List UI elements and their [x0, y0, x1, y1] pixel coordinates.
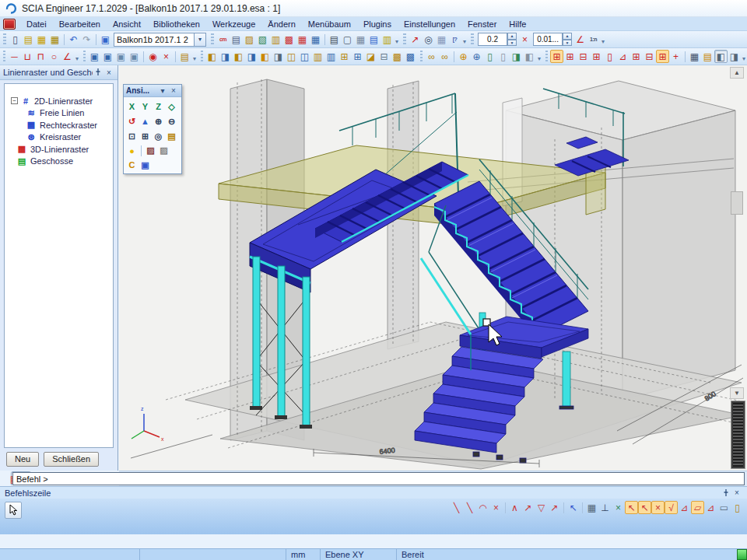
toolbar-icon[interactable]: ▨ — [243, 33, 256, 46]
toolbar-icon[interactable]: ⊟ — [577, 50, 590, 63]
toolbar-icon[interactable]: + — [669, 50, 682, 63]
toolbar-icon[interactable]: ▤ — [230, 33, 243, 46]
model-viewport[interactable]: 6400 800 z x — [119, 65, 747, 471]
toolbar-icon[interactable]: ◇ — [165, 100, 178, 114]
toolbar-icon[interactable]: ↖ — [566, 501, 580, 514]
member-toolbar-icons[interactable]: ◧◨◧◨◧◨◫◫▥▥⊞⊞◪⊟▩▩ — [205, 50, 417, 63]
window-toolbar-icons[interactable]: ▣▣▣▣◉×▤ — [88, 50, 191, 63]
toolbar-icon[interactable]: ◉ — [146, 50, 160, 63]
toolbar-icon[interactable]: Y — [139, 100, 152, 114]
toolbar-icon[interactable]: ↖ — [638, 501, 651, 514]
toolbar-grip[interactable] — [471, 33, 474, 46]
menu-menubaum[interactable]: Menübaum — [302, 18, 357, 30]
toolbar-icon[interactable]: ⊞ — [550, 50, 563, 63]
toolbar-icon[interactable]: ▣ — [88, 50, 101, 63]
toolbar-icon[interactable]: ◨ — [219, 50, 232, 63]
toolbar-icon[interactable]: ▤ — [165, 130, 178, 143]
draw-toolbar-icons[interactable]: ─⊔⊓○∠ — [8, 50, 74, 63]
status-units[interactable]: mm — [286, 549, 321, 560]
spin-down-icon[interactable]: ▼ — [563, 40, 572, 47]
toolbar-icon[interactable]: ↷ — [80, 33, 93, 46]
menu-fenster[interactable]: Fenster — [461, 18, 503, 30]
toolbar-icon[interactable]: ▯ — [603, 50, 616, 63]
snap-settings-icons[interactable]: ╲╲◠×∧↗▽↗↖▦⊥×↖↖×√⊿▱⊿▭▯ — [450, 501, 744, 514]
zoom-mode-icons[interactable]: ⊡⊞◎▤ — [125, 130, 178, 143]
toolbar-icon[interactable]: ⊞ — [590, 50, 603, 63]
toolbar-icon[interactable]: ⊕ — [457, 50, 470, 63]
tree-item-3d-linienraster[interactable]: ▦3D-Linienraster — [6, 143, 111, 156]
toolbar-icon[interactable]: ∠ — [61, 50, 74, 63]
toolbar-icon[interactable]: ⊿ — [678, 501, 691, 514]
toolbar-icon[interactable]: ◧ — [232, 50, 245, 63]
toolbar-icon[interactable]: × — [160, 50, 173, 63]
toolbar-icon[interactable]: ◠ — [476, 501, 489, 514]
toolbar-icon[interactable]: ⊿ — [616, 50, 630, 63]
toolbar-icon[interactable]: ∞ — [425, 50, 438, 63]
toolbar-icon[interactable]: ▢ — [341, 33, 354, 46]
toolbar-icon[interactable]: ▣ — [139, 159, 152, 172]
tree-item-freie-linien[interactable]: ≋Freie Linien — [6, 107, 111, 120]
menu-datei[interactable]: Datei — [20, 18, 53, 30]
view-direction-icons[interactable]: XYZ◇ — [125, 100, 178, 114]
overflow-chevron-icon[interactable]: ▾ — [601, 38, 605, 45]
toolbar-icon[interactable]: ↖ — [625, 501, 638, 514]
toolbar-icon[interactable]: ▩ — [282, 33, 296, 46]
spin-up-icon[interactable]: ▲ — [563, 33, 572, 40]
toolbar-icon[interactable]: ▽ — [535, 501, 548, 514]
toolbar-icon[interactable]: ○ — [47, 50, 61, 63]
toolbar-icon[interactable]: ▣ — [101, 50, 114, 63]
toolbar-grip[interactable] — [201, 51, 203, 63]
toolbar-icon[interactable]: ◎ — [152, 130, 165, 143]
toolbar-icon[interactable]: ▤ — [328, 33, 341, 46]
toolbar-grip[interactable] — [3, 33, 6, 46]
zoom-factor-value[interactable]: 0.2 — [478, 33, 507, 46]
menu-hilfe[interactable]: Hilfe — [503, 18, 532, 30]
tree-expander-icon[interactable]: − — [11, 97, 18, 104]
new-button[interactable]: Neu — [6, 452, 39, 467]
render-mode-icons[interactable]: C▣ — [125, 159, 152, 172]
toolbar-icon[interactable]: ▦ — [296, 33, 309, 46]
toolbar-icon[interactable]: ▣ — [99, 33, 112, 46]
close-button[interactable]: Schließen — [44, 452, 99, 467]
toolbar-icon[interactable]: ⊞ — [351, 50, 364, 63]
toolbar-icon[interactable]: ─ — [8, 50, 21, 63]
toolbar-icon[interactable]: ▦ — [688, 50, 701, 63]
toolbar-icon[interactable]: ◨ — [728, 50, 741, 63]
tree-item-2d-linienraster[interactable]: −#2D-Linienraster — [6, 95, 111, 107]
toolbar-icon[interactable]: ▥ — [324, 50, 338, 63]
light-image-icons[interactable]: ●▨▨ — [125, 144, 170, 157]
toolbar-icon[interactable]: ▩ — [391, 50, 404, 63]
toolbar-icon[interactable]: ⊞ — [338, 50, 351, 63]
toolbar-icon[interactable]: ◫ — [298, 50, 311, 63]
tree-item-label[interactable]: Geschosse — [30, 156, 73, 166]
toolbar-icon[interactable]: × — [651, 501, 665, 514]
toolbar-icon[interactable]: ⊞ — [656, 50, 669, 63]
spin-down-icon[interactable]: ▼ — [507, 40, 517, 47]
toolbar-grip[interactable] — [3, 51, 5, 63]
toolbar-icon[interactable]: X — [125, 100, 139, 114]
toolbar-grip[interactable] — [403, 33, 406, 46]
toolbar-icon[interactable]: ◧ — [523, 50, 536, 63]
toolbar-icon[interactable]: ▨ — [157, 144, 170, 157]
toolbar-grip[interactable] — [83, 51, 86, 63]
toolbar-icon[interactable]: × — [489, 501, 503, 514]
toolbar-icon[interactable]: ▦ — [35, 33, 48, 46]
menu-ansicht[interactable]: Ansicht — [107, 18, 147, 30]
toolbar-icon[interactable]: C — [125, 159, 139, 172]
toolbar-icon[interactable]: ⊞ — [563, 50, 577, 63]
tree-item-geschosse[interactable]: ▤Geschosse — [6, 156, 111, 168]
toolbar-icon[interactable]: ▱ — [691, 501, 704, 514]
tree-item-rechteckraster[interactable]: ▦Rechteckraster — [6, 119, 111, 131]
toolbar-icon[interactable]: ⊡ — [125, 130, 139, 143]
overflow-chevron-icon[interactable]: ▾ — [538, 55, 541, 62]
toolbar-icon[interactable]: ⊥ — [598, 501, 612, 514]
toolbar-icon[interactable]: ◧ — [205, 50, 219, 63]
project-combo[interactable]: Balkon1b 2017.1 2 ▾ — [114, 33, 206, 47]
toolbar-icon[interactable]: Z — [152, 100, 165, 114]
tree-item-kreisraster[interactable]: ⊛Kreisraster — [6, 131, 111, 144]
toolbar-icon[interactable]: ◧ — [714, 50, 728, 63]
toolbar-icon[interactable]: √ — [665, 501, 678, 514]
toolbar-icon[interactable]: ↗ — [409, 33, 422, 46]
scale-icon[interactable]: × — [518, 33, 531, 46]
status-plane[interactable]: Ebene XY — [321, 549, 397, 560]
